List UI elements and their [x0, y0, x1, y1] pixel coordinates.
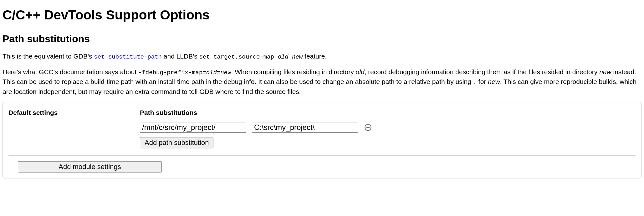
text: and LLDB's: [162, 53, 199, 60]
add-module-settings-button[interactable]: Add module settings: [18, 161, 162, 172]
from-path-input[interactable]: [140, 122, 246, 133]
divider: [8, 155, 636, 156]
text: new: [488, 78, 500, 85]
description-paragraph-2: Here's what GCC's documentation says abo…: [3, 67, 641, 97]
text: for: [477, 78, 488, 85]
code-text: .: [473, 79, 477, 86]
code-text: -fdebug-prefix-map=: [138, 69, 206, 76]
default-settings-label: Default settings: [8, 108, 127, 117]
page-title: C/C++ DevTools Support Options: [3, 6, 641, 25]
section-heading: Path substitutions: [3, 32, 641, 46]
add-path-substitution-button[interactable]: Add path substitution: [140, 137, 213, 148]
substitution-row: [140, 122, 636, 133]
text: new: [599, 68, 611, 75]
settings-panel: Default settings Path substitutions Add …: [3, 102, 641, 178]
remove-icon[interactable]: [364, 123, 372, 131]
path-substitutions-label: Path substitutions: [140, 108, 636, 117]
text: This is the equivalent to GDB's: [3, 53, 94, 60]
code-text: set target.source-map: [199, 54, 278, 60]
set-substitute-path-link[interactable]: set substitute-path: [94, 54, 162, 60]
text: : When compiling files residing in direc…: [231, 68, 356, 75]
code-text: old new: [278, 54, 303, 60]
description-paragraph-1: This is the equivalent to GDB's set subs…: [3, 52, 641, 62]
text: Here's what GCC's documentation says abo…: [3, 68, 138, 75]
text: , record debugging information describin…: [365, 68, 600, 75]
text: old: [356, 68, 365, 75]
to-path-input[interactable]: [252, 122, 358, 133]
code-text: old=new: [206, 69, 231, 76]
text: feature.: [303, 53, 327, 60]
